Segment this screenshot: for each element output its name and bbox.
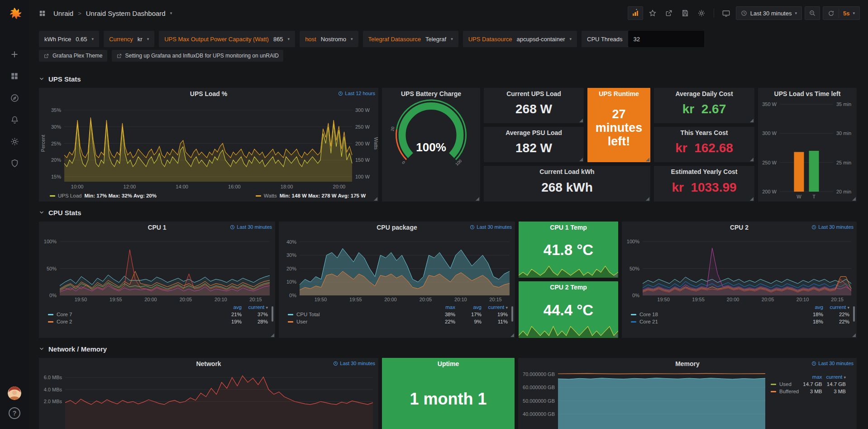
panel-title[interactable]: UPS Battery Charge [382,88,480,99]
resize-handle[interactable] [374,197,377,201]
ups-battery-gauge[interactable]: 02050100100% [382,99,480,199]
resize-handle[interactable] [646,158,649,161]
legend-item[interactable]: UPS LoadMin: 17% Max: 32% Avg: 20% [50,193,157,198]
legend-sort-current[interactable]: current ▾ [483,304,510,311]
legend-scrollbar[interactable] [511,306,513,322]
variable-value[interactable]: 865 [273,36,283,43]
legend-item[interactable]: Buffered [769,388,801,395]
legend-item[interactable]: Core 21 [629,318,799,325]
time-range-indicator[interactable]: Last 30 minutes [470,224,512,230]
time-range-indicator[interactable]: Last 30 minutes [811,361,854,366]
panel-title[interactable]: CPU 1 Temp [519,222,618,232]
legend-item[interactable]: WattsMin: 148 W Max: 278 W Avg: 175 W [256,193,366,198]
legend-sort-max[interactable]: max [431,304,457,311]
panel-title[interactable]: UPS Load % [39,88,378,99]
ups-load-chart[interactable]: 15%20%25%30%35%100 W150 W200 W250 W300 W… [39,99,378,190]
row-header-network-memory[interactable]: Network / Memory [39,342,857,355]
variable-ups-datasource[interactable]: UPS Datasourceapcupsd-container▾ [463,31,577,47]
alerting-icon[interactable] [5,111,24,129]
cycle-view-button[interactable] [720,6,733,20]
time-range-indicator[interactable]: Last 12 hours [338,91,375,96]
create-icon[interactable] [5,45,24,63]
resize-handle[interactable] [852,197,856,201]
panel-title[interactable]: Estimated Yearly Cost [654,166,754,177]
dashboard-settings-button[interactable] [695,6,708,20]
resize-handle[interactable] [579,119,583,122]
panel-title[interactable]: Current Load kWh [484,166,650,177]
panel-title[interactable]: Network [39,358,378,369]
panel-title[interactable]: This Years Cost [654,127,754,138]
resize-handle[interactable] [750,197,754,201]
dashboard-link-ups-monitoring-guide[interactable]: Setting up Grafana and InfluxDB for UPS … [112,50,284,62]
panel-title[interactable]: CPU 2 Temp [519,281,618,292]
variable-host[interactable]: hostNostromo▾ [300,31,358,47]
help-icon[interactable]: ? [9,407,20,419]
variable-currency[interactable]: Currencykr▾ [104,31,154,47]
legend-sort-avg[interactable]: avg [457,304,483,311]
variable-value[interactable]: Telegraf [425,36,446,43]
time-range-indicator[interactable]: Last 30 minutes [230,224,272,230]
user-avatar[interactable] [8,386,21,400]
row-header-cpu-stats[interactable]: CPU Stats [39,206,857,219]
panel-title[interactable]: Current UPS Load [484,88,584,99]
refresh-button[interactable]: 5s ▾ [823,6,860,20]
star-button[interactable] [646,6,659,20]
resize-handle[interactable] [476,197,479,201]
legend-sort-max[interactable]: max [801,373,824,381]
dashboard-link-grafana-plex-theme[interactable]: Grafana Plex Theme [39,50,107,62]
variable-cpu-threads[interactable]: CPU Threads32 [582,31,704,47]
breadcrumb-folder[interactable]: Unraid [53,10,73,17]
caret-down-icon[interactable]: ▾ [170,11,172,15]
resize-handle[interactable] [750,119,754,122]
cpu2-chart[interactable]: 0%50%100%19:5019:5520:0020:0520:1020:15 [622,232,857,303]
refresh-interval-label[interactable]: 5s [843,10,849,17]
legend-item[interactable]: Used [769,381,801,388]
cpu-package-chart[interactable]: 0%10%20%30%40%19:5019:5520:0020:0520:102… [279,232,515,303]
memory-chart[interactable]: 40.000000 GB50.000000 GB60.000000 GB70.0… [518,369,769,429]
ups-load-vs-time-chart[interactable]: 200 W250 W300 W350 W20 min25 min30 min35… [758,99,857,201]
zoom-out-button[interactable] [805,6,820,20]
share-button[interactable] [662,6,676,20]
legend-sort-current[interactable]: current ▾ [824,373,848,381]
variable-kwh-price[interactable]: kWh Price0.65▾ [39,31,99,47]
resize-handle[interactable] [614,333,617,337]
panel-title[interactable]: Memory [518,358,857,369]
resize-handle[interactable] [646,197,649,201]
time-picker-button[interactable]: Last 30 minutes ▾ [736,6,802,20]
configuration-icon[interactable] [5,132,24,150]
server-admin-icon[interactable] [5,154,24,172]
legend-item[interactable]: Core 18 [629,311,799,318]
variable-ups-max-output-power-capacity[interactable]: UPS Max Output Power Capacity (Watt)865▾ [159,31,295,47]
legend-sort-current[interactable]: current ▾ [243,304,270,311]
resize-handle[interactable] [579,158,583,161]
grafana-logo[interactable] [6,6,23,24]
legend-sort-avg[interactable]: avg [217,304,243,311]
time-range-indicator[interactable]: Last 30 minutes [811,224,854,230]
panel-title[interactable]: UPS Runtime [587,88,650,99]
add-panel-button[interactable] [628,6,643,20]
resize-handle[interactable] [852,333,856,337]
legend-scrollbar[interactable] [853,306,855,322]
save-button[interactable] [678,6,692,20]
panel-title[interactable]: Average PSU Load [484,127,584,138]
resize-handle[interactable] [271,333,274,337]
variable-value[interactable]: kr [138,36,143,43]
variable-value[interactable]: Nostromo [321,36,346,43]
legend-item[interactable]: User [286,318,431,325]
variable-value[interactable]: apcupsd-container [517,36,565,43]
explore-icon[interactable] [5,89,24,107]
variable-input[interactable]: 32 [628,31,704,47]
dashboard-title[interactable]: Unraid System Dashboard [86,10,166,17]
legend-item[interactable]: Core 7 [46,311,217,318]
resize-handle[interactable] [614,273,617,277]
resize-handle[interactable] [510,333,514,337]
dashboards-icon[interactable] [5,67,24,85]
legend-sort-current[interactable]: current ▾ [825,304,851,311]
legend-scrollbar[interactable] [272,306,273,322]
cpu1-chart[interactable]: 0%50%100%19:5019:5520:0020:0520:1020:15 [39,232,275,303]
variable-value[interactable]: 0.65 [76,36,87,43]
legend-item[interactable]: CPU Total [286,311,431,318]
legend-item[interactable]: Core 2 [46,318,217,325]
time-range-indicator[interactable]: Last 30 minutes [333,361,375,366]
row-header-ups-stats[interactable]: UPS Stats [39,72,857,85]
